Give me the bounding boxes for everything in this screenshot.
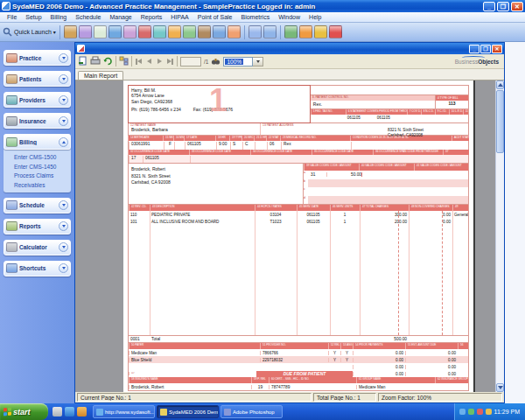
previous-page-button[interactable] (145, 58, 153, 66)
menu-billing[interactable]: Billing (46, 14, 72, 20)
zoom-combobox[interactable]: 100% (223, 57, 263, 66)
refresh-button[interactable] (103, 53, 113, 69)
task-photoshop[interactable]: Adobe Photoshop (220, 405, 283, 418)
responsible-party-row: Broderick, Robert 8321 N. Sixth Street C… (128, 163, 469, 205)
mdi-area: _ ❐ ✕ (74, 42, 525, 403)
zoom-dropdown-button[interactable] (253, 57, 263, 66)
toolbar-icon-day-sheet[interactable] (183, 25, 196, 38)
tray-volume-icon[interactable] (486, 409, 492, 415)
toolbar-icon-workstation[interactable] (213, 25, 226, 38)
menu-file[interactable]: File (3, 14, 21, 20)
toolbar-icon-ledger[interactable] (198, 25, 211, 38)
sidebar-link-enter-cms-1500[interactable]: Enter CMS-1500 (14, 154, 67, 160)
page-total-label: /1 (204, 59, 208, 65)
media-player-icon[interactable] (77, 407, 87, 416)
menu-reports[interactable]: Reports (136, 14, 167, 20)
menu-help[interactable]: Help (304, 14, 326, 20)
toolbar-icon-statements[interactable] (138, 25, 151, 38)
reports-expand-button[interactable] (59, 221, 68, 231)
toolbar-icon-patients[interactable] (228, 25, 241, 38)
report-maximize-button[interactable]: ❐ (480, 45, 491, 53)
services-header: 42 REV. CD. 43 DESCRIPTION 44 HCPCS / RA… (128, 205, 469, 211)
billing-collapse-button[interactable] (59, 137, 68, 147)
sidebar-item-schedule[interactable]: Schedule (4, 198, 71, 214)
toolbar-icon-documents[interactable] (248, 25, 262, 38)
providers-expand-button[interactable] (59, 95, 68, 105)
sidebar-item-practice[interactable]: Practice (4, 50, 71, 66)
quick-launch-caret-icon[interactable]: ▾ (53, 29, 56, 35)
menu-schedule[interactable]: Schedule (71, 14, 105, 20)
toolbar-icon-icd-codes[interactable] (79, 25, 92, 38)
toolbar-icon-scheduler[interactable] (263, 25, 276, 38)
toolbar-icon-remittance[interactable] (153, 25, 166, 38)
minimize-button[interactable]: _ (483, 2, 495, 11)
print-button[interactable] (90, 53, 101, 69)
sidebar-item-shortcuts[interactable]: Shortcuts (4, 261, 71, 276)
toolbar-icon-cpt-codes[interactable] (64, 25, 77, 38)
sidebar-link-process-claims[interactable]: Process Claims (14, 172, 67, 178)
first-page-button[interactable] (135, 58, 143, 66)
toolbar-icon-security-lock[interactable] (314, 25, 327, 38)
menu-biometrics[interactable]: Biometrics (236, 14, 274, 20)
practice-expand-button[interactable] (59, 53, 68, 63)
tray-shield-icon[interactable] (468, 409, 474, 415)
vertical-scrollbar[interactable] (495, 80, 504, 392)
tab-main-report[interactable]: Main Report (78, 71, 123, 80)
next-page-button[interactable] (156, 58, 164, 66)
sidebar-item-calculator[interactable]: Calculator (4, 240, 71, 256)
find-button[interactable] (211, 53, 220, 69)
close-button[interactable]: ✕ (511, 2, 523, 11)
responsible-party-box: Broderick, Robert 8321 N. Sixth Street C… (129, 164, 304, 204)
menu-point-of-sale[interactable]: Point of Sale (193, 14, 237, 20)
patients-expand-button[interactable] (59, 74, 68, 84)
task-browser[interactable]: http://www.sydasoft... (93, 405, 155, 418)
menu-setup[interactable]: Setup (21, 14, 46, 20)
sidebar-item-providers[interactable]: Providers (4, 92, 71, 108)
sidebar-item-patients[interactable]: Patients (4, 71, 71, 87)
sidebar-item-reports[interactable]: Reports (4, 219, 71, 234)
report-minimize-button[interactable]: _ (469, 45, 480, 53)
schedule-expand-button[interactable] (59, 200, 68, 210)
page-number-input[interactable] (180, 57, 201, 66)
toolbar-icon-superbill[interactable] (94, 25, 107, 38)
toolbar-icon-charts[interactable] (284, 25, 298, 38)
sydamed-icon (160, 409, 167, 416)
scroll-down-button[interactable] (496, 383, 504, 392)
toolbar-icon-point-of-sale[interactable] (299, 25, 312, 38)
sidebar-link-enter-cms-1450[interactable]: Enter CMS-1450 (14, 164, 67, 170)
sidebar-item-insurance[interactable]: Insurance (4, 113, 71, 129)
task-sydamed[interactable]: SydaMED 2006 Demo... (157, 405, 219, 418)
toolbar-icon-help[interactable] (329, 25, 342, 38)
toolbar-icon-referrals[interactable] (123, 25, 136, 38)
insurance-expand-button[interactable] (59, 116, 68, 126)
scroll-up-button[interactable] (496, 80, 504, 89)
calculator-expand-button[interactable] (59, 242, 68, 252)
maximize-button[interactable]: ❐ (497, 2, 509, 11)
shortcuts-expand-button[interactable] (59, 263, 68, 273)
start-button[interactable]: start (0, 403, 48, 420)
due-from-patient-row: 57 DUE FROM PATIENT 0.00 0.00 (129, 370, 468, 377)
scrollbar-thumb[interactable] (496, 90, 504, 153)
statement-covers-period: 5 FED. TAX NO. 6 STATEMENT COVERS PERIOD… (311, 109, 468, 122)
menu-manage[interactable]: Manage (105, 14, 136, 20)
app-titlebar: SydaMED 2006 Demo - Advanced Practice Ma… (0, 0, 525, 12)
report-page: Harry, Bill M. 6754 Arrow Lane San Diego… (123, 80, 473, 392)
toolbar-icon-eligibility[interactable] (108, 25, 122, 38)
internet-explorer-icon[interactable] (65, 407, 74, 416)
export-button[interactable] (78, 53, 88, 69)
tray-alert-icon[interactable] (477, 409, 483, 415)
toolbar-icon-payments[interactable] (168, 25, 181, 38)
group-tree-button[interactable] (119, 53, 129, 69)
menu-window[interactable]: Window (274, 14, 304, 20)
insurance-icon (6, 116, 18, 126)
tray-network-icon[interactable] (459, 409, 466, 415)
menu-hipaa[interactable]: HIPAA (166, 14, 193, 20)
status-zoom-factor: Zoom Factor: 100% (378, 393, 502, 402)
report-close-button[interactable]: ✕ (492, 45, 502, 53)
show-desktop-icon[interactable] (52, 407, 62, 416)
sidebar-link-receivables[interactable]: Receivables (14, 182, 67, 188)
zoom-value: 100% (225, 59, 243, 65)
last-page-button[interactable] (166, 58, 174, 66)
sidebar-item-billing[interactable]: Billing (4, 134, 71, 150)
quick-launch-button[interactable]: Quick Launch (14, 29, 52, 35)
